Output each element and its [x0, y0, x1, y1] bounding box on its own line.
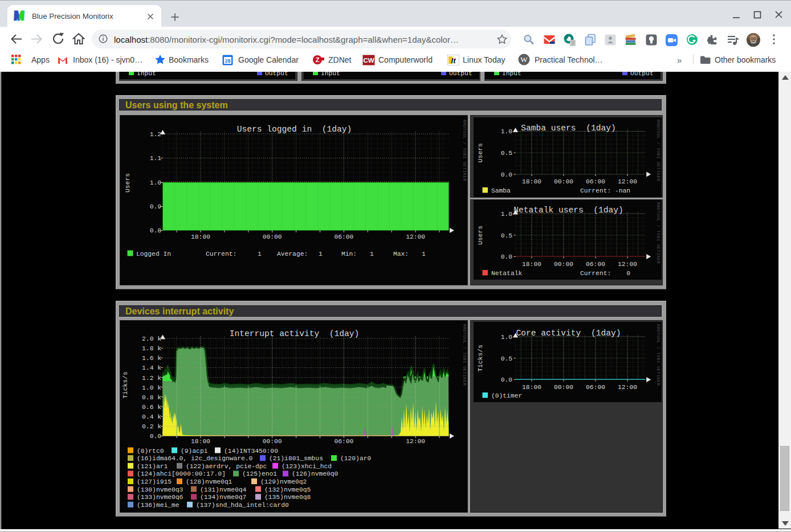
- svg-text:Samba users (1day): Samba users (1day): [521, 124, 615, 133]
- svg-text:0.0: 0.0: [501, 377, 513, 383]
- svg-text:1.0: 1.0: [501, 334, 513, 341]
- svg-text:1.0: 1.0: [150, 179, 162, 186]
- svg-text:2.0 k: 2.0 k: [142, 335, 161, 342]
- svg-text:M: M: [14, 9, 25, 23]
- svg-text:18:00: 18:00: [522, 178, 541, 185]
- svg-text:(126)nvme0q0: (126)nvme0q0: [292, 470, 339, 477]
- svg-text:0.5: 0.5: [501, 232, 513, 239]
- svg-text:1.4 k: 1.4 k: [142, 365, 161, 371]
- svg-text:0.2 k: 0.2 k: [142, 423, 161, 430]
- svg-text:Ticks/s: Ticks/s: [477, 345, 484, 371]
- svg-text:06:00: 06:00: [586, 178, 605, 185]
- svg-text:0.6 k: 0.6 k: [142, 404, 161, 411]
- svg-text:(134)nvme0q7: (134)nvme0q7: [200, 494, 246, 501]
- svg-text:(122)aerdrv, pcie-dpc: (122)aerdrv, pcie-dpc: [186, 463, 267, 470]
- svg-text:(127)i915: (127)i915: [137, 478, 172, 485]
- svg-text:Current: 0: Current: 0: [580, 269, 630, 276]
- svg-text:1: 1: [319, 251, 323, 257]
- svg-text:Ticks/s: Ticks/s: [122, 371, 129, 398]
- svg-text:It: It: [451, 56, 456, 65]
- svg-text:1: 1: [422, 251, 426, 257]
- svg-text:12:00: 12:00: [618, 384, 637, 391]
- svg-text:0.4 k: 0.4 k: [142, 414, 161, 420]
- svg-text:1.0 k: 1.0 k: [142, 384, 161, 391]
- svg-text:1.6 k: 1.6 k: [142, 355, 161, 362]
- svg-text:12:00: 12:00: [406, 234, 425, 240]
- svg-text:Users: Users: [477, 143, 484, 162]
- svg-text:Current: -nan: Current: -nan: [580, 187, 630, 194]
- svg-text:Users logged in (1day): Users logged in (1day): [237, 125, 352, 134]
- svg-text:00:00: 00:00: [263, 234, 282, 240]
- svg-text:RRDTOOL / TOBI OETIKER: RRDTOOL / TOBI OETIKER: [656, 120, 660, 182]
- svg-text:Samba: Samba: [491, 187, 511, 194]
- svg-text:(125)eno1: (125)eno1: [242, 470, 277, 477]
- svg-text:1.0: 1.0: [501, 210, 513, 217]
- svg-text:(21)i801_smbus: (21)i801_smbus: [269, 455, 323, 462]
- svg-text:12:00: 12:00: [618, 178, 637, 185]
- svg-text:(8)rtc0: (8)rtc0: [137, 448, 164, 455]
- svg-text:(128)nvme0q1: (128)nvme0q1: [186, 478, 233, 485]
- svg-text:12:00: 12:00: [406, 438, 425, 445]
- svg-text:06:00: 06:00: [586, 384, 605, 391]
- svg-text:28: 28: [225, 58, 230, 64]
- svg-text:?: ?: [571, 40, 574, 46]
- svg-text:(9)acpi: (9)acpi: [181, 448, 208, 455]
- svg-text:0.9: 0.9: [150, 203, 161, 210]
- svg-text:W: W: [520, 55, 528, 64]
- svg-text:(136)mei_me: (136)mei_me: [137, 502, 180, 509]
- svg-text:06:00: 06:00: [334, 234, 353, 240]
- svg-text:0.8: 0.8: [150, 227, 162, 234]
- svg-text:Max:: Max:: [393, 251, 409, 257]
- svg-text:(124)ahci[0000:00:17.0]: (124)ahci[0000:00:17.0]: [137, 470, 226, 477]
- svg-text:12:00: 12:00: [618, 260, 637, 267]
- svg-text:RRDTOOL / TOBI OETIKER: RRDTOOL / TOBI OETIKER: [462, 120, 467, 182]
- svg-text:1.2 k: 1.2 k: [142, 375, 161, 382]
- svg-text:1.2: 1.2: [150, 131, 161, 138]
- svg-text:0.5: 0.5: [501, 355, 513, 362]
- svg-text:18:00: 18:00: [522, 384, 541, 391]
- svg-text:(137)snd_hda_intel:card0: (137)snd_hda_intel:card0: [196, 502, 289, 509]
- svg-text:1.0: 1.0: [501, 128, 513, 135]
- svg-text:(14)INT3450:00: (14)INT3450:00: [224, 448, 278, 455]
- svg-text:(0)timer: (0)timer: [491, 392, 522, 399]
- svg-text:Core activity (1day): Core activity (1day): [516, 329, 621, 338]
- svg-text:1: 1: [258, 251, 262, 257]
- svg-text:RRDTOOL / TOBI OETIKER: RRDTOOL / TOBI OETIKER: [462, 324, 467, 386]
- svg-text:(135)nvme0q8: (135)nvme0q8: [264, 494, 311, 501]
- svg-text:Current:: Current:: [206, 251, 237, 257]
- svg-text:00:00: 00:00: [263, 438, 282, 445]
- svg-text:0.8 k: 0.8 k: [142, 394, 161, 401]
- svg-text:1: 1: [370, 251, 374, 257]
- svg-text:(16)idma64.0, i2c_designware.0: (16)idma64.0, i2c_designware.0: [137, 455, 253, 462]
- svg-text:(129)nvme0q2: (129)nvme0q2: [260, 478, 307, 485]
- svg-text:06:00: 06:00: [334, 438, 353, 445]
- svg-text:(130)nvme0q3: (130)nvme0q3: [137, 486, 184, 493]
- svg-text:(120)ar0: (120)ar0: [340, 455, 371, 462]
- svg-text:Netatalk users (1day): Netatalk users (1day): [513, 206, 623, 215]
- svg-text:RRDTOOL / TOBI OETIKER: RRDTOOL / TOBI OETIKER: [656, 202, 660, 264]
- svg-text:06:00: 06:00: [586, 260, 605, 267]
- svg-text:Users: Users: [124, 173, 131, 193]
- svg-text:(132)nvme0q5: (132)nvme0q5: [264, 486, 311, 493]
- svg-text:Interrupt activity (1day): Interrupt activity (1day): [230, 329, 360, 338]
- svg-text:00:00: 00:00: [554, 260, 573, 267]
- svg-text:0.5: 0.5: [501, 150, 513, 157]
- svg-text:Z: Z: [316, 56, 320, 63]
- svg-text:RRDTOOL / TOBI OETIKER: RRDTOOL / TOBI OETIKER: [656, 324, 660, 386]
- svg-text:0.0: 0.0: [501, 171, 513, 178]
- svg-text:(123)xhci_hcd: (123)xhci_hcd: [282, 463, 332, 470]
- svg-text:Min:: Min:: [341, 251, 357, 257]
- svg-text:18:00: 18:00: [191, 438, 210, 445]
- svg-text:(133)nvme0q6: (133)nvme0q6: [137, 494, 184, 501]
- svg-text:00:00: 00:00: [554, 384, 573, 391]
- svg-text:00:00: 00:00: [554, 178, 573, 185]
- svg-text:1.8 k: 1.8 k: [142, 345, 161, 352]
- svg-text:(121)ar1: (121)ar1: [137, 463, 168, 470]
- svg-text:(131)nvme0q4: (131)nvme0q4: [200, 486, 247, 493]
- svg-text:18:00: 18:00: [191, 234, 210, 240]
- svg-text:Netatalk: Netatalk: [491, 269, 522, 276]
- svg-text:Logged In: Logged In: [136, 251, 171, 257]
- svg-text:Average:: Average:: [277, 251, 308, 257]
- svg-text:0.0: 0.0: [501, 253, 513, 260]
- svg-text:0.0: 0.0: [150, 433, 162, 440]
